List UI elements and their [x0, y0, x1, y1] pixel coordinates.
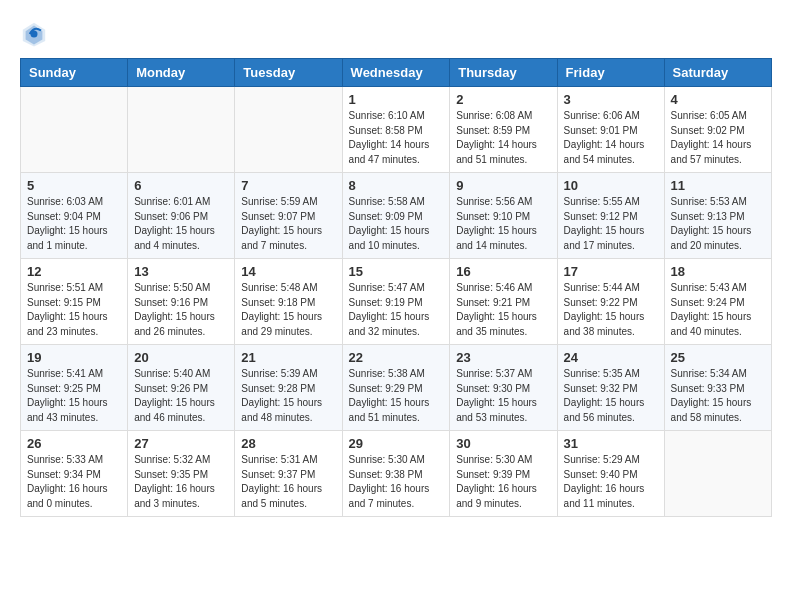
calendar-cell: 15Sunrise: 5:47 AM Sunset: 9:19 PM Dayli…: [342, 259, 450, 345]
calendar-cell: 13Sunrise: 5:50 AM Sunset: 9:16 PM Dayli…: [128, 259, 235, 345]
calendar-cell: 10Sunrise: 5:55 AM Sunset: 9:12 PM Dayli…: [557, 173, 664, 259]
day-number: 23: [456, 350, 550, 365]
cell-content: Sunrise: 6:03 AM Sunset: 9:04 PM Dayligh…: [27, 195, 121, 253]
cell-content: Sunrise: 5:38 AM Sunset: 9:29 PM Dayligh…: [349, 367, 444, 425]
calendar-cell: 5Sunrise: 6:03 AM Sunset: 9:04 PM Daylig…: [21, 173, 128, 259]
logo-icon: [20, 20, 48, 48]
cell-content: Sunrise: 5:30 AM Sunset: 9:38 PM Dayligh…: [349, 453, 444, 511]
header-thursday: Thursday: [450, 59, 557, 87]
calendar-cell: 6Sunrise: 6:01 AM Sunset: 9:06 PM Daylig…: [128, 173, 235, 259]
day-number: 16: [456, 264, 550, 279]
calendar-cell: 2Sunrise: 6:08 AM Sunset: 8:59 PM Daylig…: [450, 87, 557, 173]
calendar-cell: 27Sunrise: 5:32 AM Sunset: 9:35 PM Dayli…: [128, 431, 235, 517]
day-number: 20: [134, 350, 228, 365]
cell-content: Sunrise: 5:51 AM Sunset: 9:15 PM Dayligh…: [27, 281, 121, 339]
calendar-cell: 24Sunrise: 5:35 AM Sunset: 9:32 PM Dayli…: [557, 345, 664, 431]
day-number: 15: [349, 264, 444, 279]
calendar-cell: 21Sunrise: 5:39 AM Sunset: 9:28 PM Dayli…: [235, 345, 342, 431]
header-wednesday: Wednesday: [342, 59, 450, 87]
cell-content: Sunrise: 6:01 AM Sunset: 9:06 PM Dayligh…: [134, 195, 228, 253]
calendar-cell: 3Sunrise: 6:06 AM Sunset: 9:01 PM Daylig…: [557, 87, 664, 173]
cell-content: Sunrise: 6:08 AM Sunset: 8:59 PM Dayligh…: [456, 109, 550, 167]
week-row-1: 1Sunrise: 6:10 AM Sunset: 8:58 PM Daylig…: [21, 87, 772, 173]
cell-content: Sunrise: 5:30 AM Sunset: 9:39 PM Dayligh…: [456, 453, 550, 511]
cell-content: Sunrise: 6:06 AM Sunset: 9:01 PM Dayligh…: [564, 109, 658, 167]
cell-content: Sunrise: 5:37 AM Sunset: 9:30 PM Dayligh…: [456, 367, 550, 425]
header-monday: Monday: [128, 59, 235, 87]
cell-content: Sunrise: 5:50 AM Sunset: 9:16 PM Dayligh…: [134, 281, 228, 339]
cell-content: Sunrise: 5:53 AM Sunset: 9:13 PM Dayligh…: [671, 195, 765, 253]
calendar-cell: 14Sunrise: 5:48 AM Sunset: 9:18 PM Dayli…: [235, 259, 342, 345]
header-sunday: Sunday: [21, 59, 128, 87]
week-row-5: 26Sunrise: 5:33 AM Sunset: 9:34 PM Dayli…: [21, 431, 772, 517]
cell-content: Sunrise: 5:46 AM Sunset: 9:21 PM Dayligh…: [456, 281, 550, 339]
day-number: 27: [134, 436, 228, 451]
page-header: [20, 20, 772, 48]
cell-content: Sunrise: 6:05 AM Sunset: 9:02 PM Dayligh…: [671, 109, 765, 167]
calendar-cell: 25Sunrise: 5:34 AM Sunset: 9:33 PM Dayli…: [664, 345, 771, 431]
calendar-cell: [21, 87, 128, 173]
calendar-cell: 1Sunrise: 6:10 AM Sunset: 8:58 PM Daylig…: [342, 87, 450, 173]
week-row-2: 5Sunrise: 6:03 AM Sunset: 9:04 PM Daylig…: [21, 173, 772, 259]
day-number: 14: [241, 264, 335, 279]
cell-content: Sunrise: 5:41 AM Sunset: 9:25 PM Dayligh…: [27, 367, 121, 425]
calendar-cell: 19Sunrise: 5:41 AM Sunset: 9:25 PM Dayli…: [21, 345, 128, 431]
day-number: 3: [564, 92, 658, 107]
cell-content: Sunrise: 5:48 AM Sunset: 9:18 PM Dayligh…: [241, 281, 335, 339]
cell-content: Sunrise: 6:10 AM Sunset: 8:58 PM Dayligh…: [349, 109, 444, 167]
calendar-cell: 11Sunrise: 5:53 AM Sunset: 9:13 PM Dayli…: [664, 173, 771, 259]
day-number: 18: [671, 264, 765, 279]
cell-content: Sunrise: 5:44 AM Sunset: 9:22 PM Dayligh…: [564, 281, 658, 339]
cell-content: Sunrise: 5:58 AM Sunset: 9:09 PM Dayligh…: [349, 195, 444, 253]
day-number: 9: [456, 178, 550, 193]
day-number: 28: [241, 436, 335, 451]
calendar-cell: 23Sunrise: 5:37 AM Sunset: 9:30 PM Dayli…: [450, 345, 557, 431]
calendar-cell: 28Sunrise: 5:31 AM Sunset: 9:37 PM Dayli…: [235, 431, 342, 517]
calendar-cell: 18Sunrise: 5:43 AM Sunset: 9:24 PM Dayli…: [664, 259, 771, 345]
cell-content: Sunrise: 5:59 AM Sunset: 9:07 PM Dayligh…: [241, 195, 335, 253]
cell-content: Sunrise: 5:55 AM Sunset: 9:12 PM Dayligh…: [564, 195, 658, 253]
day-number: 4: [671, 92, 765, 107]
svg-point-2: [31, 31, 38, 38]
day-number: 31: [564, 436, 658, 451]
day-number: 2: [456, 92, 550, 107]
day-number: 21: [241, 350, 335, 365]
cell-content: Sunrise: 5:33 AM Sunset: 9:34 PM Dayligh…: [27, 453, 121, 511]
calendar-cell: 17Sunrise: 5:44 AM Sunset: 9:22 PM Dayli…: [557, 259, 664, 345]
day-number: 19: [27, 350, 121, 365]
logo: [20, 20, 52, 48]
cell-content: Sunrise: 5:29 AM Sunset: 9:40 PM Dayligh…: [564, 453, 658, 511]
day-number: 5: [27, 178, 121, 193]
day-number: 1: [349, 92, 444, 107]
day-number: 17: [564, 264, 658, 279]
cell-content: Sunrise: 5:43 AM Sunset: 9:24 PM Dayligh…: [671, 281, 765, 339]
calendar-cell: 20Sunrise: 5:40 AM Sunset: 9:26 PM Dayli…: [128, 345, 235, 431]
header-saturday: Saturday: [664, 59, 771, 87]
header-friday: Friday: [557, 59, 664, 87]
cell-content: Sunrise: 5:34 AM Sunset: 9:33 PM Dayligh…: [671, 367, 765, 425]
day-number: 25: [671, 350, 765, 365]
calendar-cell: 16Sunrise: 5:46 AM Sunset: 9:21 PM Dayli…: [450, 259, 557, 345]
calendar-cell: 12Sunrise: 5:51 AM Sunset: 9:15 PM Dayli…: [21, 259, 128, 345]
day-number: 29: [349, 436, 444, 451]
cell-content: Sunrise: 5:35 AM Sunset: 9:32 PM Dayligh…: [564, 367, 658, 425]
calendar-header-row: SundayMondayTuesdayWednesdayThursdayFrid…: [21, 59, 772, 87]
calendar-cell: 26Sunrise: 5:33 AM Sunset: 9:34 PM Dayli…: [21, 431, 128, 517]
calendar-cell: 29Sunrise: 5:30 AM Sunset: 9:38 PM Dayli…: [342, 431, 450, 517]
day-number: 24: [564, 350, 658, 365]
cell-content: Sunrise: 5:39 AM Sunset: 9:28 PM Dayligh…: [241, 367, 335, 425]
calendar-cell: 4Sunrise: 6:05 AM Sunset: 9:02 PM Daylig…: [664, 87, 771, 173]
header-tuesday: Tuesday: [235, 59, 342, 87]
day-number: 6: [134, 178, 228, 193]
calendar-table: SundayMondayTuesdayWednesdayThursdayFrid…: [20, 58, 772, 517]
cell-content: Sunrise: 5:40 AM Sunset: 9:26 PM Dayligh…: [134, 367, 228, 425]
calendar-cell: 31Sunrise: 5:29 AM Sunset: 9:40 PM Dayli…: [557, 431, 664, 517]
day-number: 10: [564, 178, 658, 193]
calendar-cell: 8Sunrise: 5:58 AM Sunset: 9:09 PM Daylig…: [342, 173, 450, 259]
day-number: 8: [349, 178, 444, 193]
day-number: 11: [671, 178, 765, 193]
day-number: 13: [134, 264, 228, 279]
day-number: 30: [456, 436, 550, 451]
cell-content: Sunrise: 5:32 AM Sunset: 9:35 PM Dayligh…: [134, 453, 228, 511]
calendar-cell: 30Sunrise: 5:30 AM Sunset: 9:39 PM Dayli…: [450, 431, 557, 517]
